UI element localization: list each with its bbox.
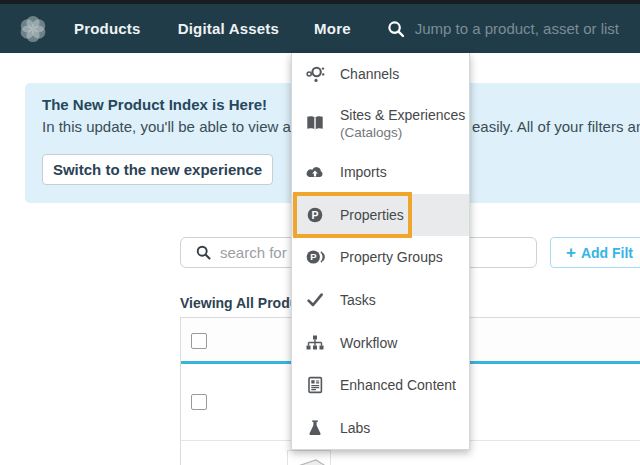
checkmark-icon (305, 290, 325, 310)
enhanced-content-icon (305, 375, 325, 395)
menu-item-workflow[interactable]: Workflow (292, 321, 469, 364)
menu-item-label: Labs (340, 420, 370, 436)
switch-experience-button[interactable]: Switch to the new experience (42, 154, 273, 185)
cloud-upload-icon (305, 162, 325, 182)
menu-item-tasks[interactable]: Tasks (292, 278, 469, 321)
menu-item-enhanced-content[interactable]: Enhanced Content (292, 364, 469, 406)
menu-item-sublabel: (Catalogs) (340, 125, 465, 140)
menu-item-label: Property Groups (340, 249, 443, 265)
menu-item-label: Properties (340, 207, 404, 223)
banner-body-text: In this update, you'll be able to view a (42, 118, 291, 135)
workflow-hierarchy-icon (305, 333, 325, 353)
flask-icon (305, 418, 325, 438)
search-icon (196, 245, 211, 260)
svg-text:P: P (310, 251, 317, 262)
select-all-checkbox[interactable] (191, 333, 207, 349)
menu-item-properties[interactable]: P Properties (292, 194, 469, 236)
property-groups-icon: P (305, 247, 325, 267)
banner-title: The New Product Index is Here! (42, 96, 267, 113)
add-filter-button[interactable]: + Add Filt (550, 237, 640, 268)
properties-icon: P (305, 205, 325, 225)
menu-item-labs[interactable]: Labs (292, 406, 469, 449)
nav-item-products[interactable]: Products (74, 20, 141, 37)
menu-item-sites-experiences[interactable]: Sites & Experiences (Catalogs) (292, 95, 469, 150)
more-dropdown-menu: Channels Sites & Experiences (Catalogs) … (291, 53, 470, 450)
menu-item-channels[interactable]: Channels (292, 53, 469, 95)
app-logo-icon[interactable] (17, 13, 49, 45)
product-thumbnail[interactable] (287, 450, 331, 465)
nav-item-more[interactable]: More (314, 20, 351, 37)
channels-icon (305, 64, 325, 84)
menu-item-label: Channels (340, 66, 399, 82)
search-icon (387, 20, 405, 38)
banner-body-text-continued: easily. All of your filters an (472, 118, 640, 135)
row-checkbox[interactable] (191, 394, 207, 410)
viewing-all-products-label: Viewing All Produ (180, 295, 298, 311)
menu-item-label: Enhanced Content (340, 377, 456, 393)
menu-item-imports[interactable]: Imports (292, 150, 469, 194)
menu-item-label: Workflow (340, 335, 397, 351)
menu-item-property-groups[interactable]: P Property Groups (292, 236, 469, 278)
top-navigation-bar: Products Digital Assets More (0, 0, 640, 53)
add-filter-label: Add Filt (581, 245, 633, 261)
menu-item-label: Sites & Experiences (340, 107, 465, 123)
global-search-input[interactable] (415, 20, 640, 37)
menu-item-label: Tasks (340, 292, 376, 308)
plus-icon: + (566, 244, 576, 261)
menu-item-text: Sites & Experiences (Catalogs) (340, 106, 465, 140)
open-book-icon (305, 113, 325, 133)
nav-item-digital-assets[interactable]: Digital Assets (178, 20, 279, 37)
svg-text:P: P (311, 209, 318, 221)
menu-item-label: Imports (340, 164, 387, 180)
